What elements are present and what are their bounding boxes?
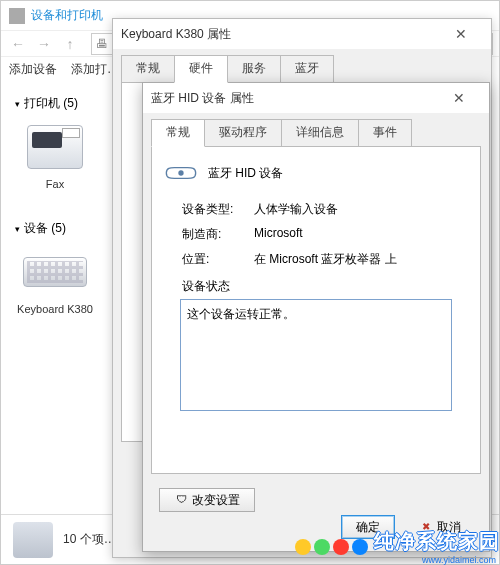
change-settings-button[interactable]: 改变设置: [159, 488, 255, 512]
bg-window-title: 设备和打印机: [31, 7, 103, 24]
status-text: 这个设备运转正常。: [187, 307, 295, 321]
device-label: Keyboard K380: [15, 303, 95, 315]
device-item-k380[interactable]: Keyboard K380: [15, 245, 95, 315]
dlg1-tabs: 常规 硬件 服务 蓝牙: [113, 49, 491, 82]
svg-point-0: [178, 170, 183, 175]
dlg1-titlebar[interactable]: Keyboard K380 属性 ✕: [113, 19, 491, 49]
tab-service[interactable]: 服务: [227, 55, 281, 82]
hid-properties: 设备类型:人体学输入设备 制造商:Microsoft 位置:在 Microsof…: [182, 201, 468, 268]
dlg2-tabs: 常规 驱动程序 详细信息 事件: [143, 113, 489, 146]
prop-mfr-value: Microsoft: [254, 226, 303, 243]
printer-icon: 🖶: [96, 37, 108, 51]
device-item-fax[interactable]: Fax: [15, 120, 95, 190]
tab2-general[interactable]: 常规: [151, 119, 205, 147]
tab-general[interactable]: 常规: [121, 55, 175, 82]
dlg2-close-button[interactable]: ✕: [437, 85, 481, 111]
watermark-text: 纯净系统家园: [374, 528, 500, 555]
dlg1-title: Keyboard K380 属性: [121, 26, 231, 43]
nav-forward-button[interactable]: →: [33, 33, 55, 55]
device-label: Fax: [15, 178, 95, 190]
dlg1-close-button[interactable]: ✕: [439, 21, 483, 47]
watermark: 纯净系统家园 www.yidaimei.com: [295, 528, 500, 565]
device-footer-icon: [13, 522, 53, 558]
dlg2-titlebar[interactable]: 蓝牙 HID 设备 属性 ✕: [143, 83, 489, 113]
prop-type-label: 设备类型:: [182, 201, 254, 218]
keyboard-icon: [23, 257, 87, 287]
add-device-button[interactable]: 添加设备: [9, 61, 57, 81]
hid-device-icon: [164, 159, 198, 187]
prop-loc-value: 在 Microsoft 蓝牙枚举器 上: [254, 251, 397, 268]
prop-mfr-label: 制造商:: [182, 226, 254, 243]
prop-type-value: 人体学输入设备: [254, 201, 338, 218]
chevron-down-icon: ▾: [15, 224, 20, 234]
status-textbox[interactable]: 这个设备运转正常。: [180, 299, 452, 411]
watermark-logo: [295, 539, 368, 555]
tab2-detail[interactable]: 详细信息: [281, 119, 359, 146]
status-label: 设备状态: [182, 278, 468, 295]
tab2-event[interactable]: 事件: [358, 119, 412, 146]
hid-device-name: 蓝牙 HID 设备: [208, 165, 283, 182]
hid-properties-dialog: 蓝牙 HID 设备 属性 ✕ 常规 驱动程序 详细信息 事件 蓝牙 HID 设备…: [142, 82, 490, 552]
fax-icon: [27, 125, 83, 169]
nav-up-button[interactable]: ↑: [59, 33, 81, 55]
devices-group-label: 设备 (5): [24, 220, 66, 237]
printers-group-label: 打印机 (5): [24, 95, 78, 112]
dlg2-title: 蓝牙 HID 设备 属性: [151, 90, 254, 107]
dlg2-tab-body: 蓝牙 HID 设备 设备类型:人体学输入设备 制造商:Microsoft 位置:…: [151, 146, 481, 474]
item-count: 10 个项…: [63, 531, 116, 548]
tab2-driver[interactable]: 驱动程序: [204, 119, 282, 146]
nav-back-button[interactable]: ←: [7, 33, 29, 55]
tab-hardware[interactable]: 硬件: [174, 55, 228, 83]
devices-icon: [9, 8, 25, 24]
shield-icon: [174, 493, 188, 507]
change-settings-label: 改变设置: [192, 492, 240, 509]
prop-loc-label: 位置:: [182, 251, 254, 268]
tab-bluetooth[interactable]: 蓝牙: [280, 55, 334, 82]
watermark-url: www.yidaimei.com: [374, 555, 496, 565]
chevron-down-icon: ▾: [15, 99, 20, 109]
